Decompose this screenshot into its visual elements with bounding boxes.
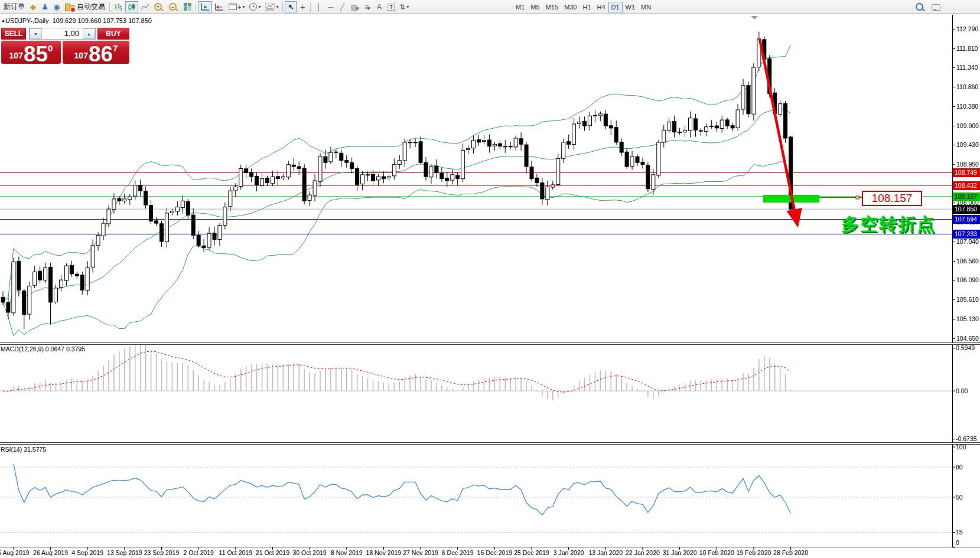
buy-button[interactable]: BUY (97, 28, 129, 40)
chat-button[interactable] (929, 1, 943, 12)
profiles-button[interactable]: ▾ (247, 1, 263, 12)
chat-icon (932, 4, 940, 11)
timeframe-button-M15[interactable]: M15 (543, 2, 561, 12)
toolbar-right-group (913, 1, 943, 13)
ohlc-values: 109.629 109.660 107.753 107.850 (53, 17, 152, 24)
horizontal-line-icon: ─ (328, 3, 333, 11)
search-button[interactable] (913, 1, 926, 12)
search-icon (916, 3, 923, 11)
crosshair-icon: + (300, 2, 305, 12)
chart-shift-button[interactable] (212, 1, 226, 12)
horizontal-line-tool[interactable]: ─ (324, 1, 336, 12)
sell-price-prefix: 107 (9, 51, 23, 60)
auto-scroll-button[interactable] (198, 1, 212, 12)
macd-axis-label: 0.5949 (956, 344, 975, 351)
timeframe-button-M5[interactable]: M5 (528, 2, 542, 12)
indicators-button[interactable]: ▾ (263, 1, 281, 12)
sell-price-box[interactable]: 107 85 0 (1, 41, 61, 64)
sell-price-sup: 0 (48, 43, 53, 53)
trendline-icon: ╱ (340, 3, 344, 11)
pane-splitter-rsi[interactable] (0, 442, 980, 445)
timeframe-button-M1[interactable]: M1 (513, 2, 528, 12)
timeframe-button-D1[interactable]: D1 (608, 2, 623, 12)
auto-trading-button[interactable]: 自动交易 (63, 1, 108, 12)
chevron-down-icon: ▾ (276, 4, 278, 9)
text-tool[interactable]: A (373, 1, 385, 12)
chart-title: USDJPY-,Daily 109.629 109.660 107.753 10… (5, 17, 152, 24)
candlestick-icon (128, 3, 136, 11)
navigator-icon[interactable]: ◉ (51, 1, 63, 12)
bar-chart-button[interactable] (112, 1, 125, 12)
price-annotation-box[interactable]: 108.157 (862, 191, 922, 206)
price-tag-107.233: 107.233 (953, 230, 980, 239)
chevron-down-icon: ▾ (258, 4, 261, 9)
price-axis-label: 107.040 (956, 238, 979, 245)
arrows-icon: ⇅ (399, 3, 405, 11)
crosshair-tool-button[interactable]: + (297, 1, 308, 12)
separator (310, 2, 311, 12)
clock-icon (249, 3, 257, 11)
cursor-icon: ↖ (288, 3, 294, 11)
zoom-in-icon: + (154, 3, 162, 11)
buy-price-prefix: 107 (74, 51, 88, 60)
price-axis-label: 109.900 (956, 122, 979, 129)
text-label-tool[interactable]: T (385, 1, 397, 12)
chevron-down-icon: ▾ (406, 4, 409, 9)
toolbar-left-group: 新订单 ◆ ♟ ◉ 自动交易 + − + ▾ (1, 1, 411, 13)
separator (196, 2, 196, 12)
cursor-tool-button[interactable]: ↖ (285, 1, 297, 12)
timeframe-button-MN[interactable]: MN (638, 2, 654, 12)
volume-up-button[interactable]: ▲ (83, 28, 95, 39)
zoom-in-button[interactable]: + (152, 1, 164, 12)
timeframe-group: M1M5M15M30H1H4D1W1MN (513, 1, 654, 13)
price-tag-108.749: 108.749 (953, 168, 980, 177)
macd-axis-label: 0.00 (956, 387, 968, 394)
price-axis-label: 111.810 (956, 45, 978, 52)
rsi-axis-label: 15 (956, 528, 963, 536)
volume-value[interactable]: 1.00 (42, 28, 83, 39)
buy-price-box[interactable]: 107 86 7 (63, 41, 129, 64)
rsi-axis-label: 100 (956, 443, 966, 451)
rsi-axis-label: 50 (956, 494, 963, 501)
timeframe-button-M30[interactable]: M30 (561, 2, 579, 12)
red-badge-icon (70, 7, 76, 12)
volume-stepper: ▼ 1.00 ▲ (29, 28, 96, 40)
volume-down-button[interactable]: ▼ (30, 28, 42, 39)
line-chart-button[interactable] (138, 1, 152, 12)
sell-button[interactable]: SELL (1, 28, 26, 40)
text-label-icon: T (388, 4, 395, 11)
toolbar: 新订单 ◆ ♟ ◉ 自动交易 + − + ▾ (0, 0, 980, 14)
separator (282, 2, 283, 12)
tile-windows-button[interactable] (181, 1, 194, 12)
buy-price-sup: 7 (113, 43, 118, 53)
bar-chart-icon (114, 3, 123, 11)
candlestick-chart-button[interactable] (125, 1, 138, 12)
window-marker-icon: ▲ (1, 18, 5, 22)
vertical-line-tool[interactable]: │ (312, 1, 324, 12)
price-axis-label: 108.950 (956, 161, 979, 168)
channel-tool[interactable]: ▨E (348, 1, 362, 12)
turning-point-text[interactable]: 多空转折点 (841, 213, 936, 237)
fibonacci-tool[interactable]: ≡F (362, 1, 373, 12)
new-order-label: 新订单 (4, 2, 25, 12)
folder-icon (65, 5, 74, 11)
quotes-icon[interactable]: ◆ (27, 1, 39, 12)
arrows-tool[interactable]: ⇅▾ (397, 1, 411, 12)
price-axis-label: 110.860 (956, 83, 978, 90)
zoom-out-button[interactable]: − (167, 1, 179, 12)
trendline-tool[interactable]: ╱ (336, 1, 348, 12)
price-tag-107.594: 107.594 (953, 215, 980, 224)
rsi-axis-label: 80 (956, 464, 963, 471)
timeframe-button-W1[interactable]: W1 (623, 2, 639, 12)
chart-canvas[interactable] (0, 14, 980, 558)
tile-windows-icon (184, 3, 191, 11)
auto-scroll-icon (200, 3, 210, 11)
timeframe-button-H1[interactable]: H1 (579, 2, 594, 12)
new-chart-button[interactable]: + ▾ (226, 1, 247, 12)
new-order-button[interactable]: 新订单 (1, 1, 27, 12)
one-click-trading-panel: SELL ▼ 1.00 ▲ BUY 107 85 0 107 86 7 (1, 28, 129, 64)
market-watch-icon[interactable]: ♟ (39, 1, 51, 12)
timeframe-button-H4[interactable]: H4 (594, 2, 608, 12)
pane-splitter-macd[interactable] (0, 342, 980, 345)
indicators-icon (265, 3, 275, 11)
